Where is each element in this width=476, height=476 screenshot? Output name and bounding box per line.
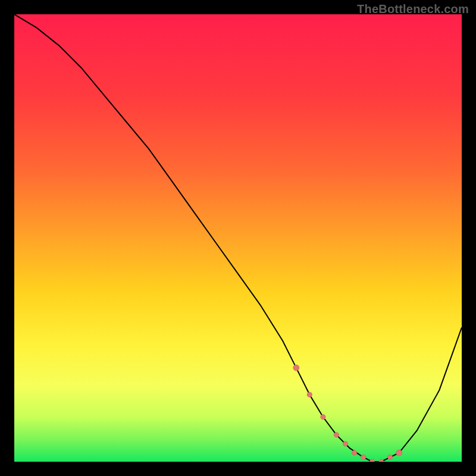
curve-marker [396, 450, 402, 456]
bottleneck-chart [14, 14, 462, 462]
curve-marker [352, 450, 356, 455]
curve-marker [343, 441, 347, 446]
curve-marker [361, 455, 365, 459]
gradient-background [14, 14, 462, 462]
curve-marker [321, 415, 325, 419]
curve-marker [334, 433, 339, 437]
plot-area [14, 14, 462, 462]
curve-marker [388, 455, 393, 459]
watermark-text: TheBottleneck.com [357, 2, 469, 16]
curve-marker [293, 365, 299, 371]
curve-marker [307, 392, 312, 397]
chart-stage: TheBottleneck.com [0, 0, 476, 476]
